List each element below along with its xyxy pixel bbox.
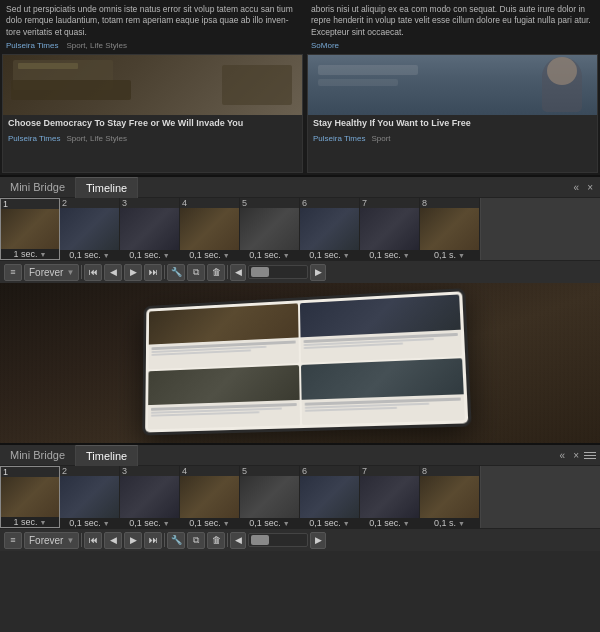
frame-1-dur[interactable]: 1 sec.▼	[1, 249, 59, 259]
frame-3-num: 3	[120, 198, 179, 208]
frame-7-top[interactable]: 7 0,1 sec.▼	[360, 198, 420, 260]
bottom-nav-btns: ◀ ▶	[230, 532, 326, 549]
right-article-card[interactable]: Stay Healthy If You Want to Live Free Pu…	[307, 54, 598, 173]
bottom-panel-tabs: Mini Bridge Timeline « ×	[0, 445, 600, 466]
tab-timeline-bottom[interactable]: Timeline	[76, 445, 138, 466]
frame-3-bottom-dur[interactable]: 0,1 sec.▼	[120, 518, 179, 528]
frame-8-bottom-dur[interactable]: 0,1 s.▼	[420, 518, 479, 528]
top-content-area: Sed ut perspiciatis unde omnis iste natu…	[0, 0, 600, 175]
frame-8-bottom[interactable]: 8 0,1 s.▼	[420, 466, 480, 528]
top-loop-label: Forever	[29, 267, 63, 278]
bottom-nav-right-btn[interactable]: ▶	[310, 532, 326, 549]
bottom-rewind-btn[interactable]: ⏮	[84, 532, 102, 549]
left-article-card[interactable]: Choose Democracy To Stay Free or We Will…	[2, 54, 303, 173]
frame-6-top[interactable]: 6 0,1 sec.▼	[300, 198, 360, 260]
left-column: Sed ut perspiciatis unde omnis iste natu…	[0, 0, 305, 175]
bottom-list-btn[interactable]: ≡	[4, 532, 22, 549]
frame-1-bottom[interactable]: 1 1 sec.▼	[0, 466, 60, 528]
frame-2-top[interactable]: 2 0,1 sec.▼	[60, 198, 120, 260]
left-card-footer: Pulseira Times Sport, Life Styles	[3, 133, 302, 146]
top-list-btn[interactable]: ≡	[4, 264, 22, 281]
frame-8-bottom-img	[420, 476, 479, 518]
frame-2-bottom[interactable]: 2 0,1 sec.▼	[60, 466, 120, 528]
frame-5-bottom[interactable]: 5 0,1 sec.▼	[240, 466, 300, 528]
frame-1-bottom-num: 1	[1, 467, 59, 477]
frame-1-top[interactable]: 1 1 sec.▼	[0, 198, 60, 260]
tab-timeline-top[interactable]: Timeline	[76, 177, 138, 198]
bottom-loop-arrow: ▼	[66, 536, 74, 545]
frame-7-bottom-num: 7	[360, 466, 419, 476]
top-play-btn[interactable]: ▶	[124, 264, 142, 281]
frame-2-bottom-dur[interactable]: 0,1 sec.▼	[60, 518, 119, 528]
top-copy-btn[interactable]: ⧉	[187, 264, 205, 281]
bottom-trash-btn[interactable]: 🗑	[207, 532, 225, 549]
frame-6-dur[interactable]: 0,1 sec.▼	[300, 250, 359, 260]
frame-3-top[interactable]: 3 0,1 sec.▼	[120, 198, 180, 260]
frame-5-top[interactable]: 5 0,1 sec.▼	[240, 198, 300, 260]
frame-7-bottom[interactable]: 7 0,1 sec.▼	[360, 466, 420, 528]
frame-1-bottom-dur[interactable]: 1 sec.▼	[1, 517, 59, 527]
top-rewind-btn[interactable]: ⏮	[84, 264, 102, 281]
ctrl-sep-2	[164, 265, 165, 279]
bottom-tools-btn[interactable]: 🔧	[167, 532, 185, 549]
frame-5-dur[interactable]: 0,1 sec.▼	[240, 250, 299, 260]
frame-1-num: 1	[1, 199, 59, 209]
frame-4-top[interactable]: 4 0,1 sec.▼	[180, 198, 240, 260]
bottom-panel-menu-btn[interactable]	[584, 450, 596, 461]
left-source-row: Pulseira Times Sport, Life Styles	[6, 41, 299, 50]
bottom-controls-toolbar: ≡ Forever ▼ ⏮ ◀ ▶ ⏭ 🔧 ⧉ 🗑 ◀ ▶	[0, 528, 600, 551]
bottom-copy-btn[interactable]: ⧉	[187, 532, 205, 549]
top-scrubber-thumb	[251, 267, 269, 277]
frame-4-num: 4	[180, 198, 239, 208]
frame-8-dur[interactable]: 0,1 s.▼	[420, 250, 479, 260]
frame-7-dur[interactable]: 0,1 sec.▼	[360, 250, 419, 260]
left-article-text: Sed ut perspiciatis unde omnis iste natu…	[6, 4, 299, 38]
top-back-btn[interactable]: ◀	[104, 264, 122, 281]
top-controls-toolbar: ≡ Forever ▼ ⏮ ◀ ▶ ⏭ 🔧 ⧉ 🗑 ◀ ▶	[0, 260, 600, 283]
frame-6-bottom-num: 6	[300, 466, 359, 476]
frame-2-img	[60, 208, 119, 250]
filmstrip-extend-top	[480, 198, 600, 260]
top-trash-btn[interactable]: 🗑	[207, 264, 225, 281]
frame-3-dur[interactable]: 0,1 sec.▼	[120, 250, 179, 260]
bottom-play-btn[interactable]: ▶	[124, 532, 142, 549]
tablet-cell-2	[300, 294, 462, 362]
right-card-footer: Pulseira Times Sport	[308, 133, 597, 146]
frame-6-bottom-dur[interactable]: 0,1 sec.▼	[300, 518, 359, 528]
frame-5-bottom-dur[interactable]: 0,1 sec.▼	[240, 518, 299, 528]
top-tools-btn[interactable]: 🔧	[167, 264, 185, 281]
bottom-scrubber-thumb	[251, 535, 269, 545]
top-loop-select[interactable]: Forever ▼	[24, 264, 79, 281]
tab-mini-bridge-bottom[interactable]: Mini Bridge	[0, 445, 76, 466]
bottom-timeline-scrubber[interactable]	[248, 533, 308, 547]
bottom-back-btn[interactable]: ◀	[104, 532, 122, 549]
frame-3-bottom[interactable]: 3 0,1 sec.▼	[120, 466, 180, 528]
top-nav-right-btn[interactable]: ▶	[310, 264, 326, 281]
tab-mini-bridge-top[interactable]: Mini Bridge	[0, 177, 76, 198]
bottom-nav-left-btn[interactable]: ◀	[230, 532, 246, 549]
tablet-cell-3-img	[148, 364, 299, 404]
frame-4-img	[180, 208, 239, 250]
bottom-loop-select[interactable]: Forever ▼	[24, 532, 79, 549]
bottom-timeline-panel: Mini Bridge Timeline « × 1 1 sec.▼	[0, 443, 600, 551]
top-panel-collapse-btn[interactable]: «	[571, 182, 583, 193]
left-card-category: Sport, Life Styles	[66, 134, 126, 143]
bottom-panel-close-btn[interactable]: ×	[570, 450, 582, 461]
frame-8-top[interactable]: 8 0,1 s.▼	[420, 198, 480, 260]
frame-2-dur[interactable]: 0,1 sec.▼	[60, 250, 119, 260]
bottom-panel-collapse-btn[interactable]: «	[557, 450, 569, 461]
top-loop-arrow: ▼	[66, 268, 74, 277]
frame-4-bottom-dur[interactable]: 0,1 sec.▼	[180, 518, 239, 528]
top-nav-left-btn[interactable]: ◀	[230, 264, 246, 281]
top-forward-btn[interactable]: ⏭	[144, 264, 162, 281]
frame-4-dur[interactable]: 0,1 sec.▼	[180, 250, 239, 260]
right-source-row: SoMore	[311, 41, 594, 50]
top-timeline-panel: Mini Bridge Timeline « × 1 1 sec.▼ 2 0,1…	[0, 175, 600, 283]
frame-6-bottom[interactable]: 6 0,1 sec.▼	[300, 466, 360, 528]
bottom-forward-btn[interactable]: ⏭	[144, 532, 162, 549]
frame-4-bottom[interactable]: 4 0,1 sec.▼	[180, 466, 240, 528]
top-timeline-scrubber[interactable]	[248, 265, 308, 279]
top-panel-close-btn[interactable]: ×	[584, 182, 596, 193]
ctrl-sep-1	[81, 265, 82, 279]
frame-7-bottom-dur[interactable]: 0,1 sec.▼	[360, 518, 419, 528]
